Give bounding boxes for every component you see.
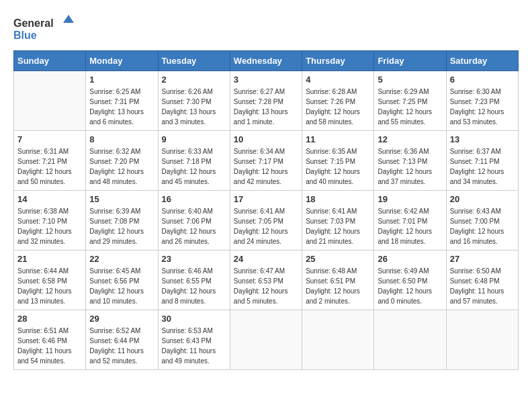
calendar-cell: 30 Sunrise: 6:53 AM Sunset: 6:43 PM Dayl…	[158, 310, 230, 370]
day-number: 8	[89, 134, 154, 144]
day-info: Sunrise: 6:26 AM Sunset: 7:30 PM Dayligh…	[162, 87, 226, 127]
day-info: Sunrise: 6:48 AM Sunset: 6:51 PM Dayligh…	[306, 266, 370, 306]
calendar-cell: 2 Sunrise: 6:26 AM Sunset: 7:30 PM Dayli…	[158, 71, 230, 131]
calendar-cell	[374, 310, 446, 370]
day-number: 4	[306, 75, 370, 85]
day-info: Sunrise: 6:44 AM Sunset: 6:58 PM Dayligh…	[17, 266, 82, 306]
day-info: Sunrise: 6:50 AM Sunset: 6:48 PM Dayligh…	[450, 266, 515, 306]
calendar-cell: 12 Sunrise: 6:36 AM Sunset: 7:13 PM Dayl…	[374, 131, 446, 191]
calendar-cell: 15 Sunrise: 6:39 AM Sunset: 7:08 PM Dayl…	[86, 191, 158, 250]
day-info: Sunrise: 6:38 AM Sunset: 7:10 PM Dayligh…	[17, 206, 82, 246]
day-info: Sunrise: 6:46 AM Sunset: 6:55 PM Dayligh…	[162, 266, 226, 306]
day-info: Sunrise: 6:52 AM Sunset: 6:44 PM Dayligh…	[89, 326, 154, 366]
day-number: 7	[17, 134, 82, 144]
day-number: 22	[89, 254, 154, 264]
calendar-cell: 25 Sunrise: 6:48 AM Sunset: 6:51 PM Dayl…	[302, 250, 374, 310]
day-info: Sunrise: 6:45 AM Sunset: 6:56 PM Dayligh…	[89, 266, 154, 306]
calendar-cell	[14, 71, 86, 131]
calendar-cell: 7 Sunrise: 6:31 AM Sunset: 7:21 PM Dayli…	[14, 131, 86, 191]
day-info: Sunrise: 6:31 AM Sunset: 7:21 PM Dayligh…	[17, 146, 82, 187]
calendar-header-row: SundayMondayTuesdayWednesdayThursdayFrid…	[14, 51, 519, 71]
day-info: Sunrise: 6:47 AM Sunset: 6:53 PM Dayligh…	[234, 266, 298, 306]
week-row-4: 21 Sunrise: 6:44 AM Sunset: 6:58 PM Dayl…	[14, 250, 519, 310]
calendar-cell: 5 Sunrise: 6:29 AM Sunset: 7:25 PM Dayli…	[374, 71, 446, 131]
svg-marker-1	[63, 15, 74, 23]
day-number: 5	[378, 75, 442, 85]
day-info: Sunrise: 6:42 AM Sunset: 7:01 PM Dayligh…	[378, 206, 442, 246]
logo: General Blue	[13, 13, 74, 44]
day-number: 6	[450, 75, 515, 85]
calendar-cell: 18 Sunrise: 6:41 AM Sunset: 7:03 PM Dayl…	[302, 191, 374, 250]
week-row-1: 1 Sunrise: 6:25 AM Sunset: 7:31 PM Dayli…	[14, 71, 519, 131]
calendar-cell: 27 Sunrise: 6:50 AM Sunset: 6:48 PM Dayl…	[446, 250, 518, 310]
day-number: 1	[89, 75, 154, 85]
header-thursday: Thursday	[302, 51, 374, 71]
day-info: Sunrise: 6:35 AM Sunset: 7:15 PM Dayligh…	[306, 146, 370, 187]
svg-text:General: General	[13, 17, 54, 29]
calendar-cell: 14 Sunrise: 6:38 AM Sunset: 7:10 PM Dayl…	[14, 191, 86, 250]
day-info: Sunrise: 6:27 AM Sunset: 7:28 PM Dayligh…	[234, 87, 298, 127]
week-row-2: 7 Sunrise: 6:31 AM Sunset: 7:21 PM Dayli…	[14, 131, 519, 191]
header-tuesday: Tuesday	[158, 51, 230, 71]
day-info: Sunrise: 6:51 AM Sunset: 6:46 PM Dayligh…	[17, 326, 82, 366]
day-number: 26	[378, 254, 442, 264]
day-number: 12	[378, 134, 442, 144]
day-number: 17	[234, 194, 298, 204]
day-info: Sunrise: 6:29 AM Sunset: 7:25 PM Dayligh…	[378, 87, 442, 127]
calendar-table: SundayMondayTuesdayWednesdayThursdayFrid…	[13, 50, 519, 370]
day-info: Sunrise: 6:25 AM Sunset: 7:31 PM Dayligh…	[89, 87, 154, 127]
calendar-cell: 21 Sunrise: 6:44 AM Sunset: 6:58 PM Dayl…	[14, 250, 86, 310]
header-sunday: Sunday	[14, 51, 86, 71]
day-number: 18	[306, 194, 370, 204]
day-number: 20	[450, 194, 515, 204]
page-header: General Blue	[13, 13, 519, 44]
day-info: Sunrise: 6:40 AM Sunset: 7:06 PM Dayligh…	[162, 206, 226, 246]
day-info: Sunrise: 6:30 AM Sunset: 7:23 PM Dayligh…	[450, 87, 515, 127]
day-number: 30	[162, 314, 226, 324]
day-number: 13	[450, 134, 515, 144]
header-saturday: Saturday	[446, 51, 518, 71]
calendar-cell: 11 Sunrise: 6:35 AM Sunset: 7:15 PM Dayl…	[302, 131, 374, 191]
header-monday: Monday	[86, 51, 158, 71]
day-info: Sunrise: 6:53 AM Sunset: 6:43 PM Dayligh…	[162, 326, 226, 366]
calendar-cell: 13 Sunrise: 6:37 AM Sunset: 7:11 PM Dayl…	[446, 131, 518, 191]
day-number: 24	[234, 254, 298, 264]
day-info: Sunrise: 6:39 AM Sunset: 7:08 PM Dayligh…	[89, 206, 154, 246]
day-number: 25	[306, 254, 370, 264]
day-number: 11	[306, 134, 370, 144]
day-number: 10	[234, 134, 298, 144]
day-number: 2	[162, 75, 226, 85]
day-info: Sunrise: 6:41 AM Sunset: 7:03 PM Dayligh…	[306, 206, 370, 246]
day-number: 29	[89, 314, 154, 324]
calendar-cell: 4 Sunrise: 6:28 AM Sunset: 7:26 PM Dayli…	[302, 71, 374, 131]
svg-text:Blue: Blue	[13, 30, 37, 41]
calendar-cell: 19 Sunrise: 6:42 AM Sunset: 7:01 PM Dayl…	[374, 191, 446, 250]
calendar-cell: 3 Sunrise: 6:27 AM Sunset: 7:28 PM Dayli…	[230, 71, 302, 131]
day-number: 28	[17, 314, 82, 324]
calendar-cell: 10 Sunrise: 6:34 AM Sunset: 7:17 PM Dayl…	[230, 131, 302, 191]
day-info: Sunrise: 6:28 AM Sunset: 7:26 PM Dayligh…	[306, 87, 370, 127]
day-number: 21	[17, 254, 82, 264]
calendar-cell: 26 Sunrise: 6:49 AM Sunset: 6:50 PM Dayl…	[374, 250, 446, 310]
week-row-5: 28 Sunrise: 6:51 AM Sunset: 6:46 PM Dayl…	[14, 310, 519, 370]
calendar-cell: 20 Sunrise: 6:43 AM Sunset: 7:00 PM Dayl…	[446, 191, 518, 250]
calendar-cell: 23 Sunrise: 6:46 AM Sunset: 6:55 PM Dayl…	[158, 250, 230, 310]
calendar-cell: 29 Sunrise: 6:52 AM Sunset: 6:44 PM Dayl…	[86, 310, 158, 370]
calendar-cell	[302, 310, 374, 370]
calendar-cell	[446, 310, 518, 370]
day-number: 23	[162, 254, 226, 264]
day-number: 15	[89, 194, 154, 204]
day-info: Sunrise: 6:41 AM Sunset: 7:05 PM Dayligh…	[234, 206, 298, 246]
calendar-cell: 6 Sunrise: 6:30 AM Sunset: 7:23 PM Dayli…	[446, 71, 518, 131]
header-wednesday: Wednesday	[230, 51, 302, 71]
calendar-cell: 16 Sunrise: 6:40 AM Sunset: 7:06 PM Dayl…	[158, 191, 230, 250]
day-info: Sunrise: 6:43 AM Sunset: 7:00 PM Dayligh…	[450, 206, 515, 246]
day-number: 9	[162, 134, 226, 144]
day-number: 3	[234, 75, 298, 85]
calendar-cell: 1 Sunrise: 6:25 AM Sunset: 7:31 PM Dayli…	[86, 71, 158, 131]
day-number: 16	[162, 194, 226, 204]
day-number: 14	[17, 194, 82, 204]
day-info: Sunrise: 6:49 AM Sunset: 6:50 PM Dayligh…	[378, 266, 442, 306]
calendar-cell: 28 Sunrise: 6:51 AM Sunset: 6:46 PM Dayl…	[14, 310, 86, 370]
day-info: Sunrise: 6:33 AM Sunset: 7:18 PM Dayligh…	[162, 146, 226, 187]
